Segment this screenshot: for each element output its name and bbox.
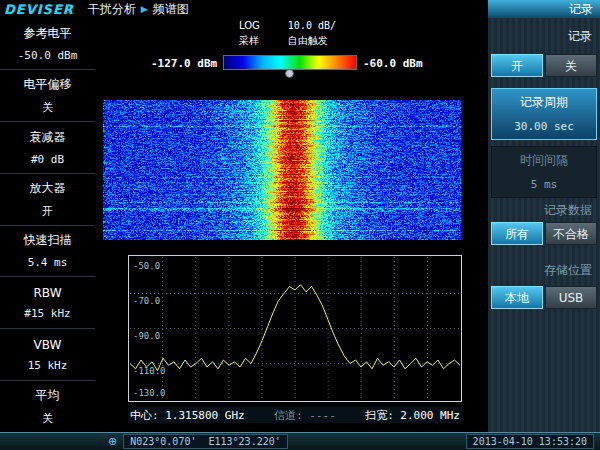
scale-per-div: 10.0 dB/ (288, 20, 336, 31)
title-view: 频谱图 (153, 1, 189, 18)
param-value: #0 dB (31, 153, 64, 166)
storage-usb-button[interactable]: USB (545, 286, 597, 309)
param-label: 快速扫描 (24, 232, 72, 249)
span-readout: 扫宽: 2.000 MHz (363, 408, 462, 423)
frequency-readout-row: 中心: 1.315800 GHz 信道: ---- 扫宽: 2.000 MHz (128, 407, 462, 423)
colorbar-row: -127.0 dBm -60.0 dBm (95, 52, 488, 78)
title-bar: DEVISER 干扰分析 ▶ 频谱图 (0, 0, 488, 18)
waterfall-display (103, 100, 461, 240)
param-value: 关 (42, 100, 53, 115)
sidebar-item-attenuator[interactable]: 衰减器 #0 dB (0, 122, 95, 174)
param-value: 5.4 ms (28, 256, 68, 269)
parameter-sidebar: 参考电平 -50.0 dBm 电平偏移 关 衰减器 #0 dB 放大器 开 快速… (0, 18, 95, 432)
chevron-right-icon: ▶ (141, 4, 148, 14)
storage-location-toggle: 本地 USB (491, 286, 597, 309)
param-label: 参考电平 (24, 25, 72, 42)
time-interval-value: 5 ms (492, 169, 596, 197)
record-panel: 记录 记录 开 关 记录周期 30.00 sec 时间间隔 5 ms 记录数据 … (488, 0, 600, 432)
sidebar-item-amplifier[interactable]: 放大器 开 (0, 174, 95, 226)
record-period-value: 30.00 sec (492, 111, 596, 139)
time-interval-item[interactable]: 时间间隔 5 ms (491, 146, 597, 198)
param-label: 衰减器 (30, 129, 66, 146)
storage-local-button[interactable]: 本地 (491, 286, 543, 309)
status-bar: ⊕ N023°0.070' E113°23.220' 2013-04-10 13… (0, 432, 600, 450)
param-value: 15 kHz (28, 359, 68, 372)
spectrum-svg: -50.0-70.0-90.0-110.0-130.0 (128, 255, 462, 402)
record-data-toggle: 所有 不合格 (491, 222, 597, 245)
record-toggle-label: 记录 (568, 28, 592, 45)
channel-readout: 信道: ---- (272, 408, 338, 423)
main-display: LOG 10.0 dB/ 采样 自由触发 -127.0 dBm -60.0 dB… (95, 18, 488, 432)
deviser-logo: DEVISER (4, 2, 74, 17)
gps-coordinates: N023°0.070' E113°23.220' (123, 434, 288, 449)
scale-type-label: LOG (239, 20, 260, 31)
storage-location-label: 存储位置 (544, 262, 592, 279)
sidebar-item-average[interactable]: 平均 关 (0, 381, 95, 432)
colorbar-max-label: -60.0 dBm (363, 57, 423, 70)
colorbar-gradient (223, 55, 357, 70)
trigger-mode: 自由触发 (288, 34, 336, 48)
sidebar-item-ref-level[interactable]: 参考电平 -50.0 dBm (0, 18, 95, 70)
colorbar-min-label: -127.0 dBm (151, 57, 217, 70)
page-title: 干扰分析 ▶ 频谱图 (88, 1, 189, 18)
sidebar-item-rbw[interactable]: RBW #15 kHz (0, 277, 95, 329)
record-off-button[interactable]: 关 (545, 54, 597, 77)
svg-text:-110.0: -110.0 (133, 366, 166, 376)
time-interval-label: 时间间隔 (492, 147, 596, 169)
svg-text:-70.0: -70.0 (133, 296, 160, 306)
param-label: 放大器 (30, 180, 66, 197)
spectrum-chart: -50.0-70.0-90.0-110.0-130.0 (128, 255, 462, 402)
param-value: 关 (42, 411, 53, 426)
record-period-item[interactable]: 记录周期 30.00 sec (491, 88, 597, 140)
detector-mode: 采样 (239, 34, 260, 48)
sidebar-item-vbw[interactable]: VBW 15 kHz (0, 329, 95, 381)
waterfall-canvas (103, 100, 461, 240)
sidebar-item-fast-sweep[interactable]: 快速扫描 5.4 ms (0, 226, 95, 278)
param-value: 开 (42, 204, 53, 219)
param-label: RBW (33, 286, 61, 300)
record-panel-header: 记录 (488, 0, 600, 18)
colorbar-slider-handle[interactable] (285, 69, 294, 78)
param-label: VBW (34, 338, 62, 352)
param-value: #15 kHz (24, 307, 70, 320)
record-data-label: 记录数据 (544, 202, 592, 219)
svg-text:-50.0: -50.0 (133, 261, 160, 271)
sweep-info: LOG 10.0 dB/ 采样 自由触发 (239, 20, 336, 48)
center-frequency: 中心: 1.315800 GHz (128, 408, 247, 423)
param-label: 电平偏移 (24, 76, 72, 93)
datetime-readout: 2013-04-10 13:53:20 (466, 434, 594, 449)
record-data-all-button[interactable]: 所有 (491, 222, 543, 245)
param-value: -50.0 dBm (18, 49, 78, 62)
record-data-fail-button[interactable]: 不合格 (545, 222, 597, 245)
svg-text:-90.0: -90.0 (133, 331, 160, 341)
svg-text:-130.0: -130.0 (133, 388, 166, 398)
record-on-button[interactable]: 开 (491, 54, 543, 77)
param-label: 平均 (36, 387, 60, 404)
gps-satellite-icon: ⊕ (108, 437, 117, 447)
title-mode: 干扰分析 (88, 1, 136, 18)
analyzer-screen: DEVISER 干扰分析 ▶ 频谱图 参考电平 -50.0 dBm 电平偏移 关… (0, 0, 600, 450)
sidebar-item-level-offset[interactable]: 电平偏移 关 (0, 70, 95, 122)
record-on-off-toggle: 开 关 (491, 54, 597, 77)
record-period-label: 记录周期 (492, 89, 596, 111)
